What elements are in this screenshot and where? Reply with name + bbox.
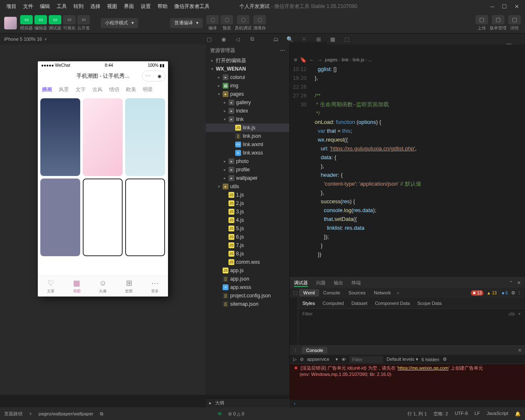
devtool-tab[interactable]: Sources: [344, 289, 370, 297]
info-count[interactable]: ■ 6: [500, 290, 509, 296]
tree-item[interactable]: ≡app.wxss: [206, 283, 289, 291]
status-item[interactable]: 行 1, 列 1: [407, 411, 427, 417]
wallpaper-tile[interactable]: [83, 178, 123, 256]
close-icon[interactable]: ✕: [518, 348, 522, 353]
phone-tab[interactable]: 古风: [92, 86, 102, 93]
files-icon[interactable]: 🗂: [272, 36, 279, 42]
plugin-icon[interactable]: ⬚: [344, 36, 350, 42]
bell-icon[interactable]: 🔔: [515, 411, 521, 417]
menu-item[interactable]: 转到: [71, 1, 87, 12]
tree-item[interactable]: JS8.js: [206, 249, 289, 258]
toolbar-button[interactable]: ▭: [77, 15, 90, 24]
dock-icon[interactable]: ⋮: [517, 290, 522, 296]
forward-icon[interactable]: →: [317, 57, 323, 63]
toolbar-button[interactable]: ◌: [237, 15, 249, 24]
breadcrumb-item[interactable]: link: [341, 57, 349, 62]
record-icon[interactable]: ◉: [220, 36, 227, 42]
wallpaper-tile[interactable]: [125, 98, 165, 176]
tree-item[interactable]: ▸▸photo: [206, 157, 289, 165]
wallpaper-tile[interactable]: [83, 98, 123, 176]
console-prompt[interactable]: ›: [290, 400, 525, 407]
capsule-button[interactable]: ⋯◉: [142, 71, 165, 81]
toolbar-button[interactable]: ◌: [206, 15, 219, 24]
toolbar-button[interactable]: ▭: [20, 15, 33, 24]
wallpaper-tile[interactable]: [40, 98, 80, 176]
error-count[interactable]: ✖ 13: [471, 290, 483, 296]
page-path[interactable]: pages/wallpaper/wallpaper: [39, 411, 93, 416]
debugger-title-tab[interactable]: 终端: [352, 280, 361, 285]
tree-item[interactable]: JS3.js: [206, 207, 289, 216]
wallpaper-tile[interactable]: [40, 178, 80, 256]
tree-item[interactable]: ▸▸gallery: [206, 98, 289, 107]
device-icon[interactable]: ▢: [206, 36, 213, 42]
tree-item[interactable]: ▸打开的编辑器: [206, 56, 289, 65]
tree-item[interactable]: JS2.js: [206, 199, 289, 207]
tree-item[interactable]: ▸▸colorui: [206, 73, 289, 81]
tree-item[interactable]: {}app.json: [206, 275, 289, 283]
menu-item[interactable]: 选择: [87, 1, 103, 12]
minimize-icon[interactable]: ─: [491, 3, 494, 10]
tree-item[interactable]: ▸▸index: [206, 107, 289, 115]
devtool-tab[interactable]: Wxml: [299, 289, 319, 297]
phone-tab[interactable]: 风景: [59, 86, 69, 93]
levels-select[interactable]: Default levels ▾: [386, 357, 418, 362]
wallpaper-tile[interactable]: [125, 178, 165, 256]
styles-tab[interactable]: Dataset: [352, 301, 368, 306]
tree-item[interactable]: ▾▸pages: [206, 90, 289, 98]
tree-item[interactable]: JSlink.js: [206, 123, 289, 132]
back-icon[interactable]: ←: [309, 57, 315, 63]
phone-tab[interactable]: 情侣: [109, 86, 119, 93]
sync-icon[interactable]: ⟲: [218, 411, 221, 417]
warning-count[interactable]: ▲ 13: [485, 290, 499, 296]
tabbar-item[interactable]: ⊞套图: [125, 278, 133, 294]
devtool-tab[interactable]: Network: [370, 289, 395, 297]
diagnostic-count[interactable]: ⊘ 0 △ 0: [228, 411, 244, 417]
menu-item[interactable]: 微信开发者工具: [171, 1, 213, 12]
copy-icon[interactable]: ⧉: [100, 411, 103, 417]
tabbar-item[interactable]: ▦潮图: [73, 278, 81, 294]
collapse-icon[interactable]: ⌃: [509, 280, 513, 286]
debugger-title-tab[interactable]: 问题: [316, 280, 326, 285]
tree-item[interactable]: ▸▨img: [206, 81, 289, 90]
tree-item[interactable]: JScomm.wxs: [206, 258, 289, 266]
more-icon[interactable]: ⋯: [280, 47, 285, 53]
gear-icon[interactable]: ⚙: [443, 357, 447, 362]
ext-icon[interactable]: ▦: [329, 36, 336, 42]
status-item[interactable]: UTF-8: [455, 411, 468, 417]
breadcrumb-item[interactable]: ...: [368, 57, 372, 62]
debugger-title-tab[interactable]: 输出: [334, 280, 343, 285]
compile-select[interactable]: 普通编译▾: [170, 18, 203, 28]
play-icon[interactable]: ▷: [293, 357, 297, 362]
toolbar-button[interactable]: ◌: [253, 15, 266, 24]
filter-input[interactable]: [302, 311, 504, 316]
devtool-tab[interactable]: Console: [319, 289, 344, 297]
breadcrumb-item[interactable]: pages: [325, 57, 338, 62]
styles-tab[interactable]: Component Data: [375, 301, 410, 306]
tree-item[interactable]: JSapp.js: [206, 266, 289, 275]
tree-item[interactable]: {}sitemap.json: [206, 300, 289, 308]
tree-item[interactable]: ▸▸wallpaper: [206, 174, 289, 182]
styles-tab[interactable]: Styles: [302, 301, 315, 306]
device-select[interactable]: iPhone 5 100% 16: [4, 37, 42, 42]
tree-item[interactable]: JS7.js: [206, 241, 289, 249]
clear-icon[interactable]: ⊘: [300, 357, 304, 362]
status-item[interactable]: JavaScript: [487, 411, 508, 417]
close-icon[interactable]: ✕: [517, 280, 521, 286]
maximize-icon[interactable]: ☐: [502, 3, 507, 10]
toolbar-button[interactable]: ▢: [508, 15, 521, 24]
phone-tab[interactable]: 插画: [42, 86, 52, 93]
status-item[interactable]: LF: [475, 411, 480, 417]
tree-item[interactable]: JS5.js: [206, 224, 289, 233]
cut-icon[interactable]: ⧉: [249, 36, 255, 42]
eye-icon[interactable]: 👁: [341, 357, 346, 362]
tabbar-item[interactable]: ☺头像: [99, 279, 107, 294]
tree-item[interactable]: ▾▸utils: [206, 182, 289, 191]
tree-item[interactable]: JS4.js: [206, 216, 289, 224]
tree-item[interactable]: {}link.json: [206, 132, 289, 140]
tree-item[interactable]: ▾WX_WENAN: [206, 65, 289, 73]
styles-tab[interactable]: Scope Data: [417, 301, 441, 306]
hidden-count[interactable]: 6 hidden: [422, 357, 439, 362]
menu-item[interactable]: 项目: [3, 1, 19, 12]
breadcrumb-item[interactable]: link.js: [353, 57, 365, 62]
phone-tab[interactable]: 明星: [143, 86, 153, 93]
